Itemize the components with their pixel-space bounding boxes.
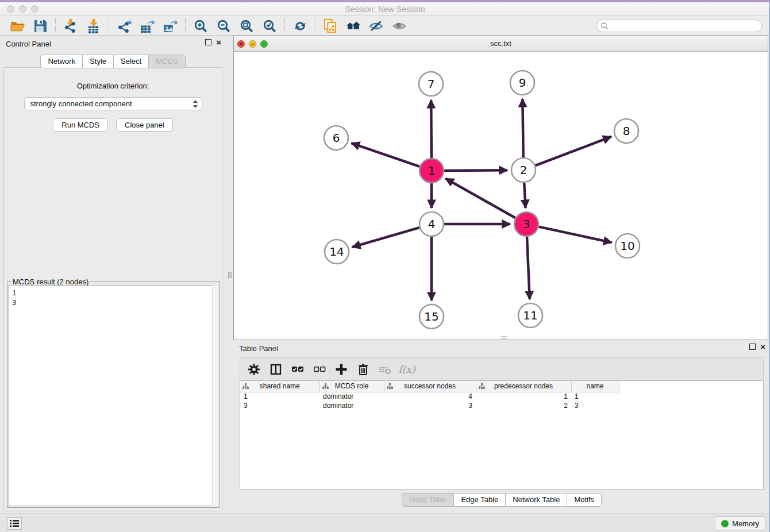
graph-node-7[interactable]: 7: [419, 72, 443, 96]
tab-style[interactable]: Style: [82, 55, 113, 68]
node-label: 11: [523, 309, 537, 322]
float-table-panel-icon[interactable]: [749, 344, 756, 350]
tab-node-table[interactable]: Node Table: [402, 493, 454, 507]
task-history-button[interactable]: [7, 517, 22, 530]
table-cell[interactable]: 1: [571, 392, 619, 401]
tab-edge-table[interactable]: Edge Table: [453, 493, 505, 507]
apply-layout-button[interactable]: [288, 17, 311, 34]
table-cell[interactable]: 1: [476, 392, 571, 401]
table-row[interactable]: 3dominator323: [240, 401, 619, 410]
search-area: [596, 20, 762, 32]
select-all-columns-icon: [291, 363, 305, 376]
close-panel-icon[interactable]: ×: [216, 39, 221, 45]
zoom-out-button[interactable]: [212, 17, 235, 34]
table-cell[interactable]: dominator: [319, 392, 384, 401]
edge-4-14[interactable]: [352, 228, 419, 247]
node-label: 10: [620, 239, 634, 253]
graph-node-3[interactable]: 3: [514, 212, 538, 236]
export-image-button[interactable]: [159, 17, 182, 34]
show-all-button[interactable]: [388, 17, 411, 34]
open-file-button[interactable]: [6, 17, 29, 34]
add-column-button[interactable]: [332, 361, 351, 378]
splitter-grip[interactable]: [228, 272, 232, 278]
table-cell[interactable]: 4: [384, 392, 476, 401]
memory-button[interactable]: Memory: [715, 516, 765, 530]
run-mcds-button[interactable]: Run MCDS: [53, 118, 108, 132]
network-graph[interactable]: 7968124314101511: [234, 52, 768, 340]
edge-2-8[interactable]: [536, 137, 611, 165]
zoom-in-button[interactable]: [189, 17, 212, 34]
graph-node-6[interactable]: 6: [324, 126, 348, 150]
edge-3-11[interactable]: [527, 237, 530, 299]
tab-network-table[interactable]: Network Table: [505, 493, 567, 507]
tab-mcds[interactable]: MCDS: [148, 55, 185, 68]
add-column-icon: [334, 363, 348, 376]
column-header-MCDS-role[interactable]: MCDS role: [319, 381, 384, 392]
node-label: 7: [428, 77, 435, 91]
column-header-name[interactable]: name: [571, 381, 619, 392]
table-cell[interactable]: dominator: [319, 401, 384, 410]
result-scrollbar[interactable]: [212, 286, 218, 506]
graph-node-8[interactable]: 8: [614, 119, 638, 143]
close-panel-button[interactable]: Close panel: [116, 118, 173, 132]
table-row[interactable]: 1dominator411: [240, 392, 619, 401]
edge-3-10[interactable]: [539, 227, 612, 243]
vertical-splitter[interactable]: [226, 36, 233, 514]
show-column-panel-button[interactable]: [267, 361, 285, 378]
edge-2-9[interactable]: [522, 99, 523, 157]
export-network-button[interactable]: [113, 17, 136, 34]
first-neighbors-button[interactable]: [342, 17, 365, 34]
search-input[interactable]: [596, 20, 762, 32]
close-table-panel-icon[interactable]: ×: [760, 344, 765, 350]
edge-1-2[interactable]: [444, 170, 507, 171]
edge-1-6[interactable]: [352, 143, 420, 167]
import-table-button[interactable]: [82, 17, 105, 34]
table-options-gear-icon: [247, 363, 261, 376]
hide-selected-button[interactable]: [365, 17, 388, 34]
mcds-result-list[interactable]: 13: [9, 286, 218, 506]
network-canvas[interactable]: 7968124314101511: [234, 52, 768, 340]
zoom-selected-button[interactable]: [258, 17, 281, 34]
column-header-successor-nodes[interactable]: successor nodes: [384, 381, 476, 392]
mcds-result-title: MCDS result (2 nodes): [11, 277, 90, 286]
delete-column-button[interactable]: [354, 361, 372, 378]
graph-node-10[interactable]: 10: [615, 234, 640, 258]
graph-node-14[interactable]: 14: [325, 240, 349, 264]
graph-node-9[interactable]: 9: [510, 71, 534, 95]
deselect-all-columns-button[interactable]: [310, 361, 329, 378]
table-cell[interactable]: 3: [384, 401, 476, 410]
graph-node-2[interactable]: 2: [511, 158, 536, 182]
column-header-shared-name[interactable]: shared name: [240, 381, 319, 392]
column-header-predecessor-nodes[interactable]: predecessor nodes: [476, 381, 571, 392]
import-network-button[interactable]: [59, 17, 82, 34]
select-all-columns-button[interactable]: [288, 361, 307, 378]
delete-table-icon: [378, 363, 392, 376]
graph-node-15[interactable]: 15: [419, 304, 444, 329]
float-panel-icon[interactable]: [205, 39, 211, 45]
table-cell[interactable]: 3: [571, 401, 619, 410]
network-window-titlebar[interactable]: ✕ − + scc.txt: [234, 36, 768, 52]
table-cell[interactable]: 1: [240, 392, 319, 401]
tab-select[interactable]: Select: [113, 55, 148, 68]
tab-network[interactable]: Network: [40, 55, 82, 68]
table-cell[interactable]: 2: [476, 401, 571, 410]
table-cell[interactable]: 3: [240, 401, 319, 410]
network-resize-grip[interactable]: [501, 336, 507, 339]
network-from-selection-button[interactable]: [319, 17, 342, 34]
titlebar: Session: New Session: [0, 2, 770, 16]
edge-2-3[interactable]: [524, 183, 525, 208]
zoom-fit-button[interactable]: [235, 17, 258, 34]
table-options-gear-button[interactable]: [245, 361, 263, 378]
tab-motifs[interactable]: Motifs: [567, 493, 602, 507]
edge-3-1[interactable]: [445, 179, 515, 218]
edge-1-7[interactable]: [431, 100, 432, 158]
column-header-label: predecessor nodes: [494, 382, 553, 390]
memory-label: Memory: [732, 519, 759, 528]
save-session-button[interactable]: [29, 17, 52, 34]
criterion-select[interactable]: strongly connected component: [24, 97, 202, 110]
export-table-button[interactable]: [136, 17, 159, 34]
node-label: 8: [623, 124, 630, 138]
graph-node-4[interactable]: 4: [419, 212, 444, 236]
graph-node-1[interactable]: 1: [419, 159, 444, 183]
graph-node-11[interactable]: 11: [518, 303, 542, 327]
